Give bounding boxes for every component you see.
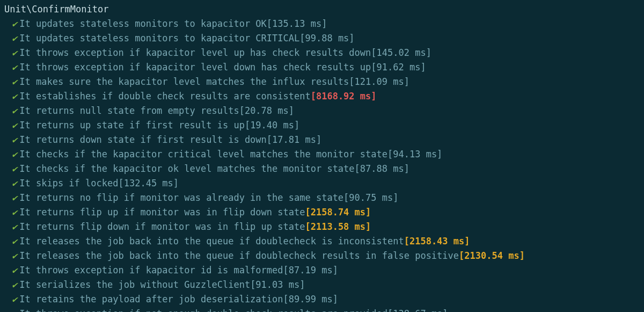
test-description: It throws exception if kapacitor id is m… [19,263,283,278]
check-icon: ✔ [4,220,19,234]
test-duration: [138.67 ms] [387,307,448,312]
test-description: It serializes the job without GuzzleClie… [19,278,250,292]
test-description: It returns no flip if monitor was alread… [19,191,343,205]
test-duration: [135.13 ms] [267,17,327,31]
test-description: It throws exception if kapacitor level d… [19,60,371,75]
check-icon: ✔ [4,75,19,89]
check-icon: ✔ [4,234,19,249]
test-description: It checks if the kapacitor ok level matc… [19,162,354,176]
test-description: It returns up state if first result is u… [19,118,245,133]
test-duration: [91.03 ms] [250,278,305,292]
test-description: It releases the job back into the queue … [19,249,459,263]
test-duration: [2158.43 ms] [404,234,470,249]
check-icon: ✔ [4,263,19,278]
test-description: It returns flip down if monitor was in f… [19,220,305,234]
check-icon: ✔ [4,17,19,31]
test-description: It skips if locked [19,176,118,191]
check-icon: ✔ [4,31,19,46]
test-row: ✔It returns flip up if monitor was in fl… [4,205,644,220]
test-duration: [90.75 ms] [343,191,398,205]
test-row: ✔It returns flip down if monitor was in … [4,220,644,234]
test-row: ✔It establishes if double check results … [4,89,644,104]
test-duration: [19.40 ms] [245,118,299,133]
check-icon: ✔ [4,162,19,176]
test-duration: [2158.74 ms] [305,205,371,220]
test-row: ✔It returns up state if first result is … [4,118,644,133]
test-row: ✔It releases the job back into the queue… [4,234,644,249]
test-row: ✔It updates stateless monitors to kapaci… [4,17,644,31]
test-list: ✔It updates stateless monitors to kapaci… [4,17,644,312]
suite-header: Unit\ConfirmMonitor [4,2,644,17]
test-description: It establishes if double check results a… [19,89,310,104]
test-row: ✔It throws exception if kapacitor level … [4,46,644,60]
test-duration: [132.45 ms] [118,176,179,191]
test-duration: [2130.54 ms] [459,249,525,263]
check-icon: ✔ [4,278,19,292]
test-row: ✔It throws exception if not enough doubl… [4,307,644,312]
check-icon: ✔ [4,176,19,191]
test-description: It returns null state from empty results [19,104,239,118]
check-icon: ✔ [4,118,19,133]
test-duration: [145.02 ms] [371,46,431,60]
test-row: ✔It returns null state from empty result… [4,104,644,118]
test-row: ✔It throws exception if kapacitor id is … [4,263,644,278]
check-icon: ✔ [4,60,19,75]
test-row: ✔It returns no flip if monitor was alrea… [4,191,644,205]
check-icon: ✔ [4,292,19,307]
test-description: It releases the job back into the queue … [19,234,404,249]
check-icon: ✔ [4,133,19,147]
test-description: It throws exception if not enough double… [19,307,387,312]
test-duration: [99.88 ms] [299,31,354,46]
test-row: ✔It returns down state if first result i… [4,133,644,147]
test-row: ✔It retains the payload after job deseri… [4,292,644,307]
test-row: ✔It makes sure the kapacitor level match… [4,75,644,89]
test-description: It makes sure the kapacitor level matche… [19,75,349,89]
check-icon: ✔ [4,307,19,312]
test-description: It updates stateless monitors to kapacit… [19,17,267,31]
check-icon: ✔ [4,46,19,60]
test-description: It checks if the kapacitor critical leve… [19,147,387,162]
test-duration: [20.78 ms] [239,104,294,118]
test-duration: [94.13 ms] [387,147,442,162]
test-duration: [87.88 ms] [355,162,409,176]
test-row: ✔It updates stateless monitors to kapaci… [4,31,644,46]
check-icon: ✔ [4,104,19,118]
check-icon: ✔ [4,191,19,205]
test-description: It retains the payload after job deseria… [19,292,283,307]
test-duration: [121.09 ms] [349,75,409,89]
test-row: ✔It releases the job back into the queue… [4,249,644,263]
check-icon: ✔ [4,89,19,104]
check-icon: ✔ [4,249,19,263]
test-row: ✔It checks if the kapacitor ok level mat… [4,162,644,176]
test-duration: [89.99 ms] [283,292,338,307]
test-duration: [87.19 ms] [283,263,338,278]
test-duration: [91.62 ms] [371,60,426,75]
test-duration: [17.81 ms] [267,133,321,147]
check-icon: ✔ [4,147,19,162]
test-row: ✔It serializes the job without GuzzleCli… [4,278,644,292]
test-row: ✔It skips if locked [132.45 ms] [4,176,644,191]
test-description: It returns down state if first result is… [19,133,267,147]
check-icon: ✔ [4,205,19,220]
test-row: ✔It checks if the kapacitor critical lev… [4,147,644,162]
test-description: It updates stateless monitors to kapacit… [19,31,299,46]
test-description: It throws exception if kapacitor level u… [19,46,371,60]
test-row: ✔It throws exception if kapacitor level … [4,60,644,75]
test-duration: [8168.92 ms] [311,89,377,104]
test-duration: [2113.58 ms] [305,220,371,234]
test-description: It returns flip up if monitor was in fli… [19,205,305,220]
